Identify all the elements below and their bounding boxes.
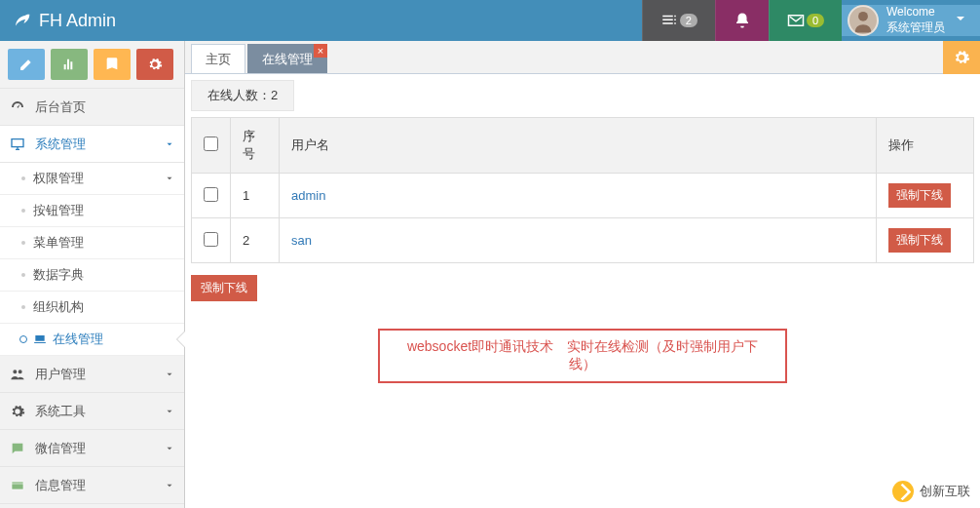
chevron-down-icon [165,174,174,183]
sidebar-submenu-system: 权限管理 按钮管理 菜单管理 数据字典 组织机构 在线管理 [0,163,184,356]
col-action: 操作 [877,118,974,174]
list-icon [660,12,678,29]
table-row: 1 admin 强制下线 [192,174,974,218]
sidebar-item-label: 后台首页 [35,98,86,116]
card-icon [10,478,25,493]
laptop-icon [33,332,47,346]
sidebar-item-menu[interactable]: 菜单管理 [0,227,184,259]
force-logout-button[interactable]: 强制下线 [888,228,951,253]
col-index: 序号 [231,118,280,174]
sidebar-item-button[interactable]: 按钮管理 [0,195,184,227]
sidebar-item-dashboard[interactable]: 后台首页 [0,89,184,126]
tab-home[interactable]: 主页 [191,44,245,73]
header-messages[interactable]: 2 [642,0,715,41]
chevron-down-icon [165,407,174,416]
gear-icon [10,404,25,419]
header-user-menu[interactable]: Welcome 系统管理员 [842,5,980,36]
welcome-label: Welcome [886,5,945,20]
col-checkbox [192,118,231,174]
force-logout-button[interactable]: 强制下线 [888,183,951,208]
user-link[interactable]: admin [291,188,325,203]
sidebar-item-label: 系统管理 [35,136,86,153]
row-checkbox[interactable] [204,187,218,202]
chevron-down-icon [957,17,964,24]
sidebar-item-online[interactable]: 在线管理 [0,324,184,356]
content-area: 在线人数：2 序号 用户名 操作 1 admin 强制 [185,74,980,389]
shortcut-bar [0,41,184,89]
table-row: 2 san 强制下线 [192,218,974,263]
dashboard-icon [10,99,25,115]
tab-online[interactable]: 在线管理 × [247,44,327,73]
sidebar-item-permission[interactable]: 权限管理 [0,163,184,195]
bell-icon [734,12,751,29]
chevron-down-icon [165,139,174,149]
user-text: Welcome 系统管理员 [886,5,945,35]
user-role: 系统管理员 [886,20,945,36]
bulk-force-logout-button[interactable]: 强制下线 [191,275,257,301]
leaf-icon [12,9,31,33]
main-panel: 主页 在线管理 × 在线人数：2 序号 用户名 操作 [185,41,980,508]
sidebar-item-info[interactable]: 信息管理 [0,467,184,504]
monitor-icon [10,137,25,152]
select-all-checkbox[interactable] [204,137,218,151]
tab-bar: 主页 在线管理 × [185,41,980,74]
sidebar-item-system[interactable]: 系统管理 [0,126,184,163]
sidebar: 后台首页 系统管理 权限管理 按钮管理 菜单管理 数据字典 组织机构 在线管理 [0,41,185,508]
sidebar-item-label: 信息管理 [35,477,86,494]
messages-badge: 2 [680,14,697,27]
online-count-box: 在线人数：2 [191,80,294,111]
shortcut-stats[interactable] [51,49,88,80]
chevron-down-icon [165,444,174,453]
sidebar-item-dict[interactable]: 数据字典 [0,259,184,292]
brand: FH Admin [0,9,128,33]
sidebar-item-label: 用户管理 [35,366,86,383]
app-header: FH Admin 2 0 Welcome 系统管理员 [0,0,980,41]
chat-icon [10,441,25,456]
gear-icon [953,49,970,66]
mail-icon [787,12,805,29]
mail-badge: 0 [807,14,824,27]
sidebar-item-label: 系统工具 [35,403,86,420]
row-checkbox[interactable] [204,232,218,247]
watermark-icon [892,481,914,502]
sidebar-item-org[interactable]: 组织机构 [0,292,184,324]
online-users-table: 序号 用户名 操作 1 admin 强制下线 2 san [191,117,974,263]
avatar [848,5,879,36]
chevron-down-icon [165,370,174,379]
settings-float-button[interactable] [943,41,980,74]
shortcut-edit[interactable] [8,49,45,80]
sidebar-item-users[interactable]: 用户管理 [0,356,184,393]
users-icon [10,367,25,382]
header-mail[interactable]: 0 [769,0,842,41]
chevron-down-icon [165,481,174,490]
sidebar-item-label: 微信管理 [35,440,86,457]
notice-box: websocket即时通讯技术 实时在线检测（及时强制用户下线） [378,329,787,383]
col-username: 用户名 [280,118,877,174]
shortcut-settings[interactable] [136,49,173,80]
watermark: 创新互联 [892,481,970,502]
brand-text: FH Admin [39,11,116,31]
close-icon[interactable]: × [314,44,327,58]
header-notifications[interactable] [715,0,769,41]
sidebar-item-wechat[interactable]: 微信管理 [0,430,184,467]
shortcut-book[interactable] [94,49,131,80]
user-link[interactable]: san [291,233,312,248]
sidebar-item-tools[interactable]: 系统工具 [0,393,184,430]
